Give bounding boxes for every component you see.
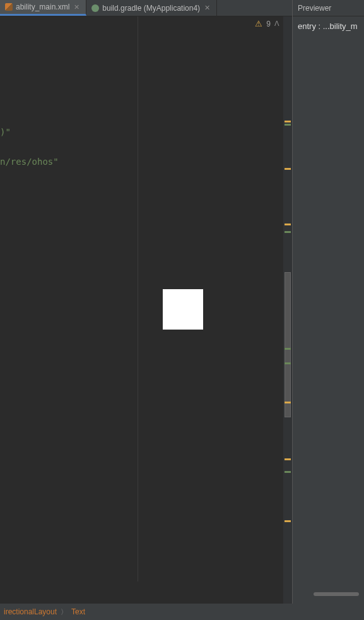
stripe-marker-ok[interactable] xyxy=(285,124,291,126)
breadcrumb-item[interactable]: irectionalLayout xyxy=(4,607,57,616)
stripe-marker-warning[interactable] xyxy=(285,458,291,460)
stripe-marker-ok[interactable] xyxy=(285,231,291,233)
close-icon[interactable]: ✕ xyxy=(203,4,211,12)
preview-component-box xyxy=(163,289,203,330)
chevron-right-icon: 〉 xyxy=(61,607,68,617)
stripe-marker-warning[interactable] xyxy=(285,121,291,122)
stripe-marker-warning[interactable] xyxy=(285,402,291,403)
previewer-header[interactable]: Previewer xyxy=(293,0,364,16)
tab-label: build.gradle (MyApplication4) xyxy=(102,4,200,13)
breadcrumb-item[interactable]: Text xyxy=(71,607,85,616)
xml-file-icon xyxy=(5,3,13,11)
close-icon[interactable]: ✕ xyxy=(73,3,81,11)
gradle-file-icon xyxy=(91,4,99,12)
stripe-marker-warning[interactable] xyxy=(285,520,291,522)
code-fragment: )" xyxy=(0,127,11,137)
tab-label: ability_main.xml xyxy=(16,3,69,11)
editor-guide-line xyxy=(138,16,138,581)
chevron-up-icon[interactable]: ᐱ xyxy=(274,20,279,28)
previewer-panel: Previewer entry : ...bility_m xyxy=(292,0,364,620)
editor-area[interactable]: )" n/res/ohos" xyxy=(0,16,292,604)
warning-icon: ⚠ xyxy=(255,19,262,28)
error-stripe[interactable] xyxy=(283,16,292,604)
stripe-marker-warning[interactable] xyxy=(285,168,291,170)
previewer-entry-text: entry : ...bility_m xyxy=(293,16,364,36)
stripe-marker-ok[interactable] xyxy=(285,348,291,350)
stripe-marker-ok[interactable] xyxy=(285,362,291,364)
stripe-marker-ok[interactable] xyxy=(285,471,291,473)
scrollbar-thumb[interactable] xyxy=(285,272,291,417)
code-fragment: n/res/ohos" xyxy=(0,157,59,167)
stripe-marker-warning[interactable] xyxy=(285,224,291,225)
warning-count: 9 xyxy=(266,20,271,28)
previewer-title: Previewer xyxy=(298,4,331,13)
breadcrumb: irectionalLayout 〉 Text xyxy=(0,604,364,620)
tab-active[interactable]: ability_main.xml ✕ xyxy=(0,0,86,16)
tab-inactive[interactable]: build.gradle (MyApplication4) ✕ xyxy=(86,0,217,16)
horizontal-scrollbar[interactable] xyxy=(314,592,359,596)
